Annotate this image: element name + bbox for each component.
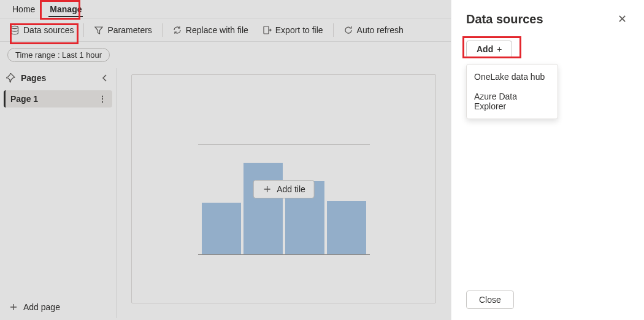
export-file-button[interactable]: Export to file: [256, 23, 329, 37]
replace-file-button[interactable]: Replace with file: [166, 23, 255, 37]
database-icon: [10, 25, 20, 35]
tab-manage[interactable]: Manage: [44, 2, 88, 17]
plus-icon: +: [497, 44, 502, 54]
page-item[interactable]: Page 1 ⋮: [4, 90, 112, 107]
pin-icon: [6, 73, 16, 83]
add-dropdown: OneLake data hub Azure Data Explorer: [466, 64, 558, 119]
add-tile-label: Add tile: [277, 184, 305, 194]
filter-icon: [94, 25, 104, 35]
replace-icon: [172, 25, 182, 35]
panel-title: Data sources: [466, 12, 615, 26]
plus-icon: [9, 302, 18, 312]
time-range-chip[interactable]: Time range : Last 1 hour: [7, 48, 110, 62]
page-label: Page 1: [10, 94, 38, 104]
data-sources-panel: Data sources ✕ Add + OneLake data hub Az…: [451, 0, 644, 320]
pages-sidebar: Pages Page 1 ⋮ Add page: [0, 68, 117, 318]
sidebar-title: Pages: [21, 73, 95, 83]
divider: [333, 23, 334, 37]
toolbar: Data sources Parameters Replace with fil…: [0, 18, 451, 42]
collapse-sidebar-button[interactable]: [100, 73, 110, 83]
export-icon: [262, 25, 272, 35]
toolbar-label: Replace with file: [186, 25, 248, 35]
dropdown-item-adx[interactable]: Azure Data Explorer: [467, 87, 558, 116]
add-label: Add: [477, 44, 493, 54]
dashboard-canvas[interactable]: Add tile: [131, 74, 436, 303]
page-more-button[interactable]: ⋮: [98, 94, 107, 104]
toolbar-label: Parameters: [107, 25, 151, 35]
dropdown-item-onelake[interactable]: OneLake data hub: [467, 67, 558, 87]
data-sources-button[interactable]: Data sources: [4, 23, 80, 37]
plus-icon: [262, 184, 272, 194]
auto-refresh-button[interactable]: Auto refresh: [337, 23, 410, 37]
close-button[interactable]: Close: [466, 291, 514, 309]
refresh-icon: [343, 25, 353, 35]
top-tabs: Home Manage: [0, 0, 451, 18]
close-panel-button[interactable]: ✕: [615, 11, 629, 27]
tab-home[interactable]: Home: [6, 2, 41, 17]
parameters-button[interactable]: Parameters: [88, 23, 158, 37]
add-data-source-button[interactable]: Add +: [466, 41, 512, 58]
main-area: Home Manage Data sources Parameters: [0, 0, 451, 320]
add-tile-button[interactable]: Add tile: [253, 180, 315, 198]
chip-bar: Time range : Last 1 hour: [0, 42, 451, 68]
divider: [83, 23, 84, 37]
body: Pages Page 1 ⋮ Add page: [0, 68, 451, 318]
canvas-wrap: Add tile: [117, 68, 451, 318]
toolbar-label: Data sources: [23, 25, 74, 35]
add-page-button[interactable]: Add page: [0, 295, 116, 318]
toolbar-label: Export to file: [275, 25, 323, 35]
toolbar-label: Auto refresh: [357, 25, 404, 35]
divider: [162, 23, 163, 37]
svg-point-0: [12, 26, 18, 28]
placeholder-chart: [198, 144, 370, 255]
add-page-label: Add page: [23, 302, 60, 312]
svg-rect-1: [264, 26, 269, 34]
